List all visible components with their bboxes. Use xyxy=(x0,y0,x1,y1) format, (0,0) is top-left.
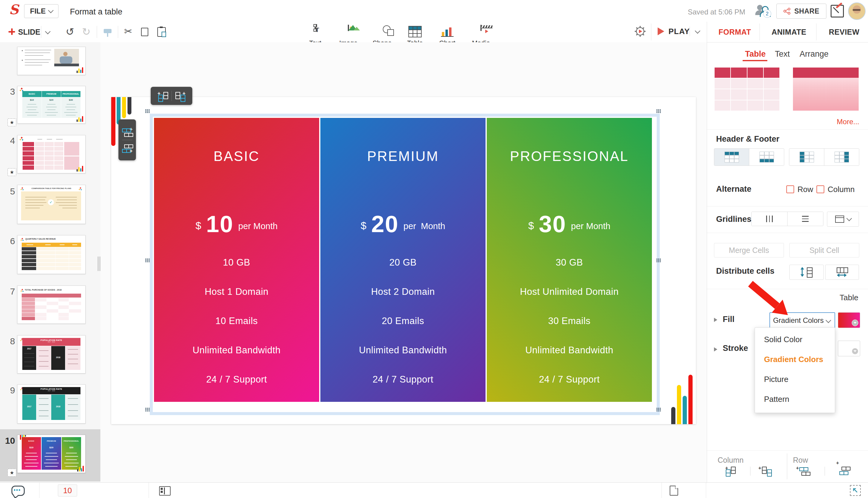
transition-star-icon[interactable]: ★ xyxy=(8,469,16,476)
slide-editing-area[interactable]: BASIC $ 10 per Month 10 GB Host 1 Domain… xyxy=(111,97,696,424)
copy-icon[interactable] xyxy=(141,28,148,36)
transition-star-icon[interactable]: ★ xyxy=(8,168,16,176)
fill-type-select[interactable]: Gradient Colors xyxy=(770,312,835,329)
insert-row-below-button[interactable]: + xyxy=(122,143,133,154)
collaborators-button[interactable]: 2 xyxy=(755,4,771,18)
stroke-expander-icon[interactable] xyxy=(714,347,717,352)
insert-table-button[interactable]: Table xyxy=(401,25,429,38)
insert-column-left-button[interactable]: + xyxy=(158,91,169,101)
feedback-compose-icon[interactable] xyxy=(831,5,844,17)
header-footer-group-1 xyxy=(714,148,784,166)
notes-icon xyxy=(670,486,678,496)
format-painter-icon[interactable] xyxy=(104,28,112,37)
footer-row-toggle[interactable] xyxy=(749,149,784,166)
thumb-table-body: $10 $20 $30 xyxy=(22,97,80,118)
target-scope-label: Table xyxy=(840,293,858,302)
share-button[interactable]: SHARE xyxy=(776,4,826,19)
thumb-title: QUARTERLY SALES REVENUE xyxy=(25,238,56,240)
play-button[interactable]: PLAY xyxy=(658,25,706,37)
pricing-table[interactable]: BASIC $ 10 per Month 10 GB Host 1 Domain… xyxy=(154,118,652,402)
borders-dropdown-button[interactable] xyxy=(827,212,859,227)
more-styles-link[interactable]: More... xyxy=(837,118,859,126)
subtab-table[interactable]: Table xyxy=(745,50,766,59)
slide-thumbnail-6[interactable]: QUARTERLY SALES REVENUE xyxy=(17,235,85,274)
paste-icon[interactable] xyxy=(157,27,166,37)
slide-thumbnail-5[interactable]: COMPARISON TABLE FOR PRICING PLANS ✓ xyxy=(17,185,85,224)
chat-icon[interactable] xyxy=(12,486,25,496)
subtab-text[interactable]: Text xyxy=(775,50,790,59)
distribute-rows-button[interactable] xyxy=(789,265,824,280)
slideshow-settings-gear-icon[interactable] xyxy=(634,25,646,37)
menu-item-pattern[interactable]: Pattern xyxy=(764,395,789,404)
slide-thumbnail-4[interactable] xyxy=(17,135,85,173)
insert-media-button[interactable]: Media xyxy=(467,25,495,37)
tab-review[interactable]: REVIEW xyxy=(829,28,859,37)
last-column-toggle[interactable] xyxy=(824,149,859,166)
current-slide-input[interactable]: 10 xyxy=(58,484,77,497)
split-cell-button[interactable]: Split Cell xyxy=(789,243,859,258)
table-style-option-1[interactable] xyxy=(715,67,779,110)
slide-thumbnail-9[interactable]: POPULATION RATE 2017 - 2018 2017 2018 xyxy=(17,384,85,423)
add-slide-plus-icon[interactable] xyxy=(9,28,15,35)
insert-text-button[interactable]: T Text xyxy=(302,25,329,37)
play-icon xyxy=(658,27,664,35)
separator xyxy=(97,26,97,38)
insert-shape-button[interactable]: Shape xyxy=(369,25,396,39)
swatch-dropdown-icon[interactable] xyxy=(852,319,858,326)
slide-thumbnail-10[interactable]: BASIC $10 PREMIUM $20 PROFESSIONAL $30 xyxy=(17,435,85,473)
slide-thumbnail-8[interactable]: POPULATION RATE 2017 - 2018 2017 2018 xyxy=(17,335,85,374)
subtab-arrange[interactable]: Arrange xyxy=(800,50,829,59)
file-menu-button[interactable]: FILE xyxy=(24,4,58,18)
add-slide-button[interactable]: SLIDE xyxy=(18,28,40,37)
redo-button[interactable]: ↻ xyxy=(82,27,91,37)
first-column-toggle[interactable] xyxy=(789,149,824,166)
menu-item-picture[interactable]: Picture xyxy=(764,375,788,384)
insert-column-right-button[interactable]: + xyxy=(175,91,186,101)
slide-thumbnail-2[interactable] xyxy=(17,47,85,75)
fit-to-window-icon[interactable] xyxy=(850,485,861,496)
selection-handle[interactable] xyxy=(145,109,150,113)
pricing-column-basic[interactable]: BASIC $ 10 per Month 10 GB Host 1 Domain… xyxy=(154,118,319,402)
insert-image-button[interactable]: Image xyxy=(335,25,362,37)
pricing-column-professional[interactable]: PROFESSIONAL $ 30 per Month 30 GB Host U… xyxy=(487,118,652,402)
merge-cells-button[interactable]: Merge Cells xyxy=(714,243,784,258)
slide-thumbnail-3[interactable]: BASIC PREMIUM PROFESSIONAL $10 $20 xyxy=(17,86,85,123)
horizontal-gridlines-button[interactable] xyxy=(787,212,823,226)
cut-scissors-icon[interactable]: ✂ xyxy=(124,27,132,36)
selection-handle[interactable] xyxy=(656,408,661,411)
document-title[interactable]: Format a table xyxy=(70,7,122,16)
fill-expander-icon[interactable] xyxy=(714,318,717,322)
selection-handle[interactable] xyxy=(656,258,661,262)
selection-handle[interactable] xyxy=(145,258,150,262)
tab-animate[interactable]: ANIMATE xyxy=(772,28,806,37)
alternate-column-checkbox[interactable] xyxy=(816,185,824,193)
alternate-row-checkbox[interactable] xyxy=(786,185,794,193)
stroke-color-swatch[interactable] xyxy=(838,341,860,356)
thumb-table-header: POPULATION RATE 2017 - 2018 xyxy=(22,338,80,346)
vertical-gridlines-button[interactable] xyxy=(752,212,787,226)
menu-item-solid-color[interactable]: Solid Color xyxy=(764,335,802,344)
format-panel: FORMAT ANIMATE REVIEW Table Text Arrange xyxy=(707,22,868,482)
separator xyxy=(41,26,41,38)
insert-chart-button[interactable]: Chart xyxy=(434,25,461,37)
distribute-vertical-icon xyxy=(800,267,813,278)
pricing-column-premium[interactable]: PREMIUM $ 20 per Month 20 GB Host 2 Doma… xyxy=(320,118,485,402)
selection-handle[interactable] xyxy=(145,408,150,411)
tab-format[interactable]: FORMAT xyxy=(719,28,751,37)
status-bar: 10 / 13 Slides Normal View Notes 100% xyxy=(0,482,868,498)
table-style-option-2[interactable] xyxy=(793,67,859,110)
fill-color-swatch[interactable] xyxy=(838,312,860,328)
insert-row-above-button[interactable]: + xyxy=(122,127,133,137)
floating-row-toolbar: + + xyxy=(118,119,136,160)
undo-button[interactable]: ↺ xyxy=(66,27,75,37)
play-options-chevron-icon[interactable] xyxy=(695,28,700,34)
distribute-columns-button[interactable] xyxy=(825,265,859,280)
transition-star-icon[interactable]: ★ xyxy=(8,118,16,126)
header-row-toggle[interactable] xyxy=(714,149,749,166)
selection-handle[interactable] xyxy=(656,109,661,113)
user-avatar[interactable] xyxy=(848,2,866,20)
slide-thumbnail-7[interactable]: TOTAL PURCHASE OF GOODS - 2018 xyxy=(17,286,85,324)
slide-number: 10 xyxy=(4,436,15,446)
swatch-dropdown-icon[interactable] xyxy=(852,348,858,354)
menu-item-gradient-colors[interactable]: Gradient Colors xyxy=(764,355,823,364)
